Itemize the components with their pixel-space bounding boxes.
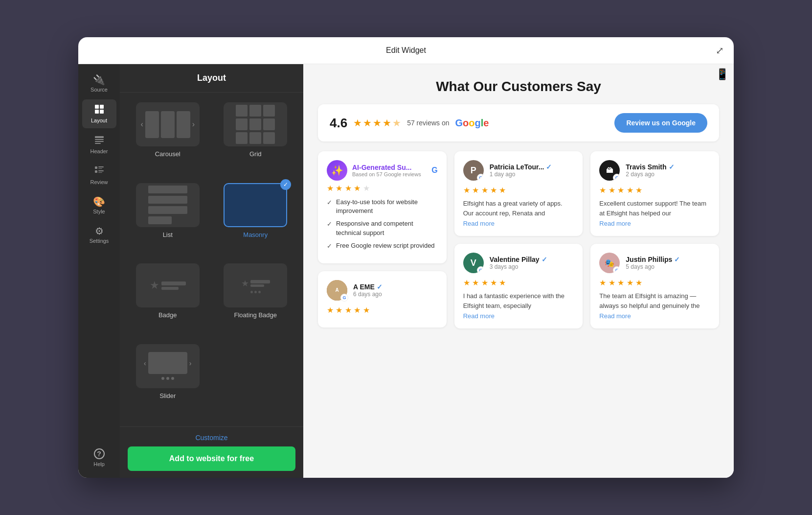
svg-rect-13 (98, 172, 102, 173)
layout-item-grid[interactable]: Grid (216, 102, 296, 175)
customize-link[interactable]: Customize (128, 434, 295, 442)
expand-button[interactable]: ⤢ (716, 45, 724, 56)
layout-item-slider[interactable]: ‹ › Slider (128, 344, 208, 417)
review-card-aeme: A G A EME ✓ 6 days ago (318, 271, 447, 328)
svg-rect-4 (95, 136, 104, 138)
patricia-info: Patricia LeTour... ✓ 1 day ago (490, 163, 574, 178)
travis-name: Travis Smith ✓ (626, 163, 710, 171)
rating-score: 4.6 (330, 116, 347, 131)
travis-header: 🏔 G Travis Smith ✓ 2 days ago (599, 160, 710, 181)
patricia-avatar: P G (463, 160, 484, 181)
svg-rect-6 (95, 141, 104, 142)
sidebar-item-source[interactable]: 🔌 Source (82, 70, 116, 97)
layout-grid: ‹ › Carousel (120, 93, 303, 426)
star-half: ★ (392, 117, 401, 129)
star-1: ★ (327, 184, 334, 192)
settings-icon: ⚙ (95, 226, 104, 236)
google-badge-icon: G (477, 266, 484, 273)
badge-shape: ★ (150, 279, 186, 292)
layout-item-masonry[interactable]: ✓ (216, 183, 296, 256)
layout-list-box[interactable] (136, 183, 200, 227)
valentine-header: V G Valentine Pillay ✓ 3 days ago (463, 253, 574, 273)
verified-check-icon: ✓ (669, 163, 675, 171)
add-to-website-button[interactable]: Add to website for free (128, 446, 295, 471)
valentine-time: 3 days ago (490, 263, 574, 270)
review-us-button[interactable]: Review us on Google (614, 113, 707, 133)
google-logo-text: Google (455, 117, 489, 129)
svg-rect-11 (95, 170, 97, 173)
sidebar-item-settings[interactable]: ⚙ Settings (82, 221, 116, 249)
svg-rect-10 (98, 168, 102, 169)
travis-avatar: 🏔 G (599, 160, 620, 181)
sidebar-item-style[interactable]: 🎨 Style (82, 192, 116, 219)
patricia-header: P G Patricia LeTour... ✓ 1 day ago (463, 160, 574, 181)
check-icon-1: ✓ (327, 198, 332, 207)
masonry-shape (254, 188, 257, 222)
justin-info: Justin Phillips ✓ 5 days ago (626, 256, 710, 270)
star-3: ★ (345, 184, 352, 192)
justin-read-more[interactable]: Read more (599, 312, 710, 320)
layout-icon (94, 104, 104, 116)
sidebar-item-review[interactable]: Review (82, 161, 116, 190)
grid-shape (236, 105, 275, 144)
star-1: ★ (353, 117, 362, 129)
carousel-col (161, 111, 175, 138)
svg-rect-3 (100, 110, 104, 114)
star-3: ★ (373, 117, 382, 129)
verified-check-icon: ✓ (541, 256, 547, 263)
valentine-avatar: V G (463, 253, 484, 273)
justin-header: 🎭 G Justin Phillips ✓ 5 days ago (599, 253, 710, 273)
justin-stars: ★ ★ ★ ★ ★ (599, 278, 710, 287)
aeme-time: 6 days ago (353, 291, 438, 298)
patricia-time: 1 day ago (490, 171, 574, 178)
sidebar: 🔌 Source Layout (78, 64, 120, 478)
carousel-col (145, 111, 159, 138)
google-badge-icon: G (340, 294, 348, 302)
check-icon-3: ✓ (327, 242, 332, 251)
floating-badge-dots (250, 291, 261, 293)
ai-sub: Based on 57 Google reviews (352, 171, 421, 177)
layout-grid-box[interactable] (224, 102, 287, 146)
justin-avatar: 🎭 G (599, 253, 620, 273)
ai-point-3: Free Google review script provided (336, 241, 435, 250)
travis-read-more[interactable]: Read more (599, 220, 710, 227)
star-4: ★ (383, 117, 391, 129)
layout-slider-box[interactable]: ‹ › (136, 344, 200, 388)
style-icon: 🎨 (93, 197, 105, 207)
ai-name: AI-Generated Su... (352, 164, 421, 171)
selected-check-badge: ✓ (280, 179, 291, 190)
layout-item-floating-badge[interactable]: ★ (216, 263, 296, 336)
patricia-text: Elfsight has a great variety of apps. Ou… (463, 199, 574, 218)
rating-stars: ★ ★ ★ ★ ★ (353, 117, 401, 129)
mobile-view-icon[interactable]: 📱 (716, 68, 729, 81)
svg-rect-7 (95, 143, 101, 144)
travis-stars: ★ ★ ★ ★ ★ (599, 186, 710, 195)
review-icon (94, 166, 104, 177)
star-2: ★ (336, 184, 342, 192)
verified-check-icon: ✓ (546, 163, 552, 171)
slider-right-arrow-icon: › (189, 359, 192, 367)
widget-title: What Our Customers Say (318, 79, 719, 94)
sidebar-item-layout[interactable]: Layout (82, 99, 116, 128)
layout-carousel-box[interactable]: ‹ › (136, 102, 200, 146)
sidebar-item-help[interactable]: ? Help (82, 444, 116, 472)
layout-item-list[interactable]: List (128, 183, 208, 256)
ai-point-2: Responsive and competent technical suppo… (336, 219, 438, 237)
valentine-read-more[interactable]: Read more (463, 312, 574, 320)
layout-floating-badge-box[interactable]: ★ (224, 263, 287, 307)
modal-body: 🔌 Source Layout (78, 64, 734, 478)
masonry-label: Masonry (243, 231, 268, 238)
layout-item-badge[interactable]: ★ Badge (128, 263, 208, 336)
patricia-read-more[interactable]: Read more (463, 220, 574, 227)
patricia-stars: ★ ★ ★ ★ ★ (463, 186, 574, 195)
travis-text: Excellent customer support! The team at … (599, 199, 710, 218)
ai-check-item-2: ✓ Responsive and competent technical sup… (327, 219, 438, 237)
layout-item-carousel[interactable]: ‹ › Carousel (128, 102, 208, 175)
sidebar-item-header[interactable]: Header (82, 130, 116, 159)
left-arrow-icon: ‹ (140, 120, 143, 129)
review-card-valentine: V G Valentine Pillay ✓ 3 days ago (454, 244, 583, 328)
patricia-name: Patricia LeTour... ✓ (490, 163, 574, 171)
svg-rect-0 (95, 105, 99, 109)
layout-badge-box[interactable]: ★ (136, 263, 200, 307)
layout-masonry-box[interactable]: ✓ (224, 183, 287, 227)
